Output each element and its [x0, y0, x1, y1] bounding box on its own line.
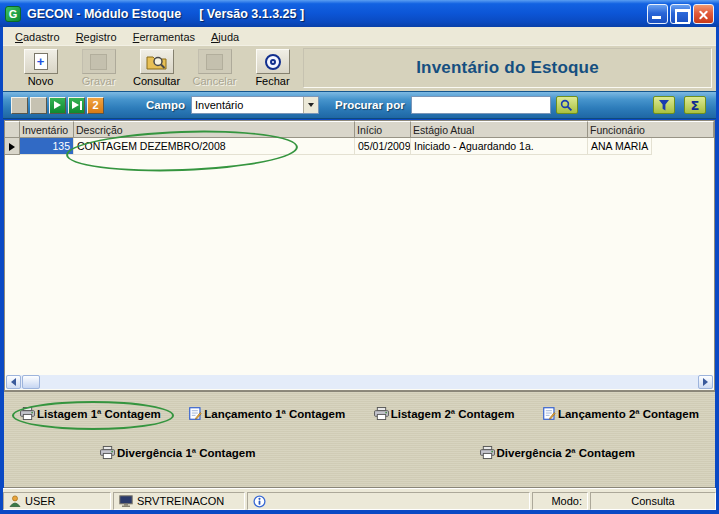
campo-dropdown-value: Inventário	[192, 99, 303, 111]
arrow-left-icon	[11, 378, 16, 386]
minimize-button[interactable]	[647, 4, 668, 24]
col-header-estagio[interactable]: Estágio Atual	[411, 121, 588, 138]
menu-ferramentas[interactable]: Ferramentas	[125, 29, 203, 44]
gravar-button[interactable]: Gravar	[75, 49, 122, 87]
actions-panel: Listagem 1ª Contagem Lançamento 1ª Conta…	[4, 391, 715, 488]
new-record-icon: +	[34, 53, 48, 70]
divergencia-2a-contagem-button[interactable]: Divergência 2ª Contagem	[480, 446, 635, 459]
status-info-cell	[247, 492, 530, 510]
cell-inventario[interactable]: 135	[20, 138, 74, 155]
nav-last-button[interactable]	[68, 97, 85, 114]
nav-prior-button[interactable]	[30, 97, 47, 114]
page-title-panel: Inventário do Estoque	[303, 48, 712, 88]
col-header-funcionario[interactable]: Funcionário	[588, 121, 714, 138]
fechar-label: Fechar	[255, 75, 289, 87]
page-title: Inventário do Estoque	[416, 58, 599, 78]
consultar-label: Consultar	[133, 75, 180, 87]
cell-descricao[interactable]: CONTAGEM DEZEMBRO/2008	[74, 138, 355, 155]
chevron-down-icon[interactable]	[303, 97, 318, 113]
arrow-right-icon	[703, 378, 708, 386]
action-label: Lançamento 1ª Contagem	[204, 408, 345, 420]
record-count-button[interactable]: 2	[87, 97, 104, 114]
sigma-icon: Σ	[691, 98, 700, 113]
status-modo-label-cell: Modo:	[532, 492, 588, 510]
modo-value: Consulta	[631, 495, 674, 507]
navigator-bar: 2 Campo Inventário Procurar por	[3, 91, 716, 119]
consultar-button[interactable]: Consultar	[133, 49, 180, 87]
document-edit-icon	[543, 407, 556, 420]
scroll-left-button[interactable]	[6, 375, 21, 389]
document-edit-icon	[189, 407, 202, 420]
scrollbar-thumb[interactable]	[22, 375, 40, 389]
app-logo-icon: G	[5, 6, 21, 22]
window-version-text: [ Versão 3.1.3.25 ]	[199, 7, 304, 21]
status-modo-value-cell: Consulta	[590, 492, 716, 510]
horizontal-scrollbar[interactable]	[6, 375, 713, 389]
lancamento-2a-contagem-button[interactable]: Lançamento 2ª Contagem	[543, 407, 699, 420]
fechar-button[interactable]: Fechar	[249, 49, 296, 87]
user-icon	[9, 495, 21, 507]
printer-icon	[20, 407, 35, 420]
app-window: G GECON - Módulo Estoque [ Versão 3.1.3.…	[0, 0, 719, 514]
search-button[interactable]	[556, 96, 578, 114]
title-bar: G GECON - Módulo Estoque [ Versão 3.1.3.…	[0, 0, 719, 27]
table-row[interactable]: 135 CONTAGEM DEZEMBRO/2008 05/01/2009 In…	[5, 138, 714, 155]
scroll-right-button[interactable]	[698, 375, 713, 389]
info-icon[interactable]	[253, 495, 266, 508]
cancelar-button[interactable]: Cancelar	[191, 49, 238, 87]
folder-search-icon	[146, 53, 167, 70]
gravar-label: Gravar	[82, 75, 116, 87]
menu-registro[interactable]: Registro	[68, 29, 125, 44]
procurar-label: Procurar por	[335, 99, 405, 111]
power-circle-icon	[265, 54, 281, 70]
filter-funnel-icon	[658, 100, 670, 111]
menu-bar: Cadastro Registro Ferramentas Ajuda	[3, 27, 716, 45]
divergencia-1a-contagem-button[interactable]: Divergência 1ª Contagem	[100, 446, 255, 459]
lancamento-1a-contagem-button[interactable]: Lançamento 1ª Contagem	[189, 407, 345, 420]
col-header-inventario[interactable]: Inventário	[20, 121, 74, 138]
window-controls	[647, 4, 714, 24]
selector-column-header	[5, 121, 20, 138]
printer-icon	[480, 446, 495, 459]
listagem-1a-contagem-button[interactable]: Listagem 1ª Contagem	[20, 407, 161, 420]
menu-cadastro[interactable]: Cadastro	[7, 29, 68, 44]
modo-label: Modo:	[551, 495, 582, 507]
play-last-icon	[72, 101, 79, 109]
toolbar: + Novo Gravar Consultar	[3, 45, 716, 91]
action-label: Lançamento 2ª Contagem	[558, 408, 699, 420]
filter-button[interactable]	[653, 96, 675, 114]
search-input[interactable]	[411, 96, 551, 114]
campo-dropdown[interactable]: Inventário	[191, 96, 319, 114]
novo-button[interactable]: + Novo	[17, 49, 64, 87]
window-title: GECON - Módulo Estoque [ Versão 3.1.3.25…	[27, 7, 304, 21]
save-icon	[90, 54, 107, 70]
cell-inicio[interactable]: 05/01/2009	[355, 138, 411, 155]
search-icon	[560, 99, 573, 112]
novo-label: Novo	[28, 75, 54, 87]
close-button[interactable]	[693, 4, 714, 24]
grid-header-row: Inventário Descrição Início Estágio Atua…	[5, 121, 714, 138]
status-user-cell: USER	[3, 492, 111, 510]
action-label: Listagem 2ª Contagem	[391, 408, 515, 420]
sum-button[interactable]: Σ	[684, 96, 706, 114]
row-selector-cell[interactable]	[5, 138, 20, 155]
col-header-descricao[interactable]: Descrição	[74, 121, 355, 138]
play-icon	[54, 101, 61, 109]
status-server-cell: SRVTREINACON	[113, 492, 245, 510]
action-label: Divergência 1ª Contagem	[117, 447, 255, 459]
menu-ajuda[interactable]: Ajuda	[203, 29, 247, 44]
col-header-inicio[interactable]: Início	[355, 121, 411, 138]
nav-first-button[interactable]	[11, 97, 28, 114]
action-label: Listagem 1ª Contagem	[37, 408, 161, 420]
cell-funcionario[interactable]: ANA MARIA	[588, 138, 652, 155]
cancelar-label: Cancelar	[192, 75, 236, 87]
action-label: Divergência 2ª Contagem	[497, 447, 635, 459]
nav-next-button[interactable]	[49, 97, 66, 114]
status-bar: USER SRVTREINACON Modo:	[3, 488, 716, 510]
campo-label: Campo	[146, 99, 185, 111]
maximize-button[interactable]	[670, 4, 691, 24]
computer-icon	[119, 495, 133, 507]
cell-estagio[interactable]: Iniciado - Aguardando 1a.	[411, 138, 588, 155]
status-user-text: USER	[25, 495, 56, 507]
listagem-2a-contagem-button[interactable]: Listagem 2ª Contagem	[374, 407, 515, 420]
